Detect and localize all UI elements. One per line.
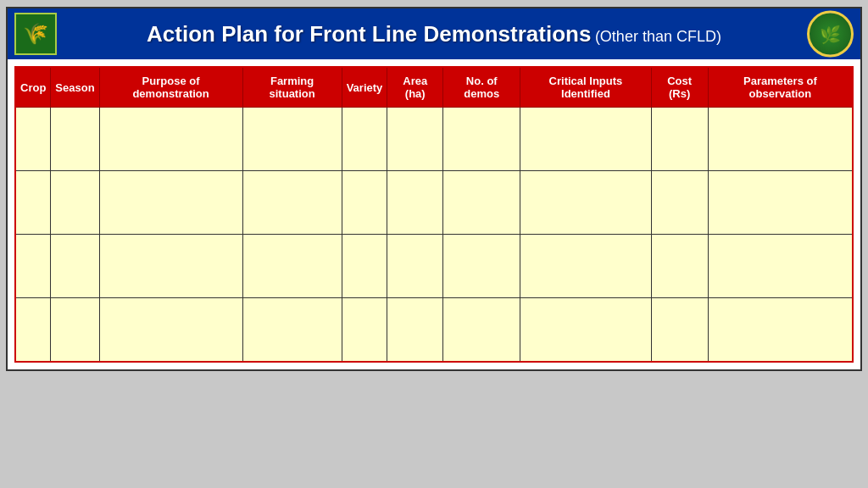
table-container: Crop Season Purpose of demonstration Far…: [8, 59, 860, 369]
cell-purpose-3[interactable]: [99, 235, 242, 298]
action-plan-table: Crop Season Purpose of demonstration Far…: [14, 66, 854, 363]
cell-season-2[interactable]: [51, 171, 99, 235]
col-crop: Crop: [15, 67, 51, 108]
col-no-demos: No. of demos: [443, 67, 520, 108]
cell-crop-3[interactable]: [15, 235, 51, 298]
cell-params-3[interactable]: [708, 235, 853, 298]
col-purpose: Purpose of demonstration: [99, 67, 242, 108]
cell-farming-1[interactable]: [242, 108, 342, 171]
cell-inputs-2[interactable]: [520, 171, 651, 235]
col-season: Season: [51, 67, 99, 108]
cell-inputs-3[interactable]: [520, 235, 651, 298]
cell-demos-4[interactable]: [443, 298, 520, 362]
header-title-block: Action Plan for Front Line Demonstration…: [147, 21, 721, 47]
cell-cost-3[interactable]: [651, 235, 708, 298]
cell-area-2[interactable]: [387, 171, 443, 235]
col-parameters: Parameters of observation: [708, 67, 853, 108]
table-row: [15, 235, 853, 298]
cell-demos-3[interactable]: [443, 235, 520, 298]
table-row: [15, 108, 853, 171]
col-area: Area (ha): [387, 67, 443, 108]
page-subtitle: (Other than CFLD): [595, 28, 721, 45]
cell-params-2[interactable]: [708, 171, 853, 235]
cell-params-4[interactable]: [708, 298, 853, 362]
cell-crop-2[interactable]: [15, 171, 51, 235]
cell-farming-2[interactable]: [242, 171, 342, 235]
col-farming: Farming situation: [242, 67, 342, 108]
logo-left: 🌾: [14, 13, 57, 55]
main-container: 🌾 Action Plan for Front Line Demonstrati…: [6, 7, 862, 371]
col-cost: Cost (Rs): [651, 67, 708, 108]
cell-crop-4[interactable]: [15, 298, 51, 362]
table-row: [15, 298, 853, 362]
cell-season-1[interactable]: [51, 108, 99, 171]
cell-params-1[interactable]: [708, 108, 853, 171]
cell-season-3[interactable]: [51, 235, 99, 298]
cell-farming-4[interactable]: [242, 298, 342, 362]
page-title: Action Plan for Front Line Demonstration…: [147, 21, 591, 47]
cell-cost-4[interactable]: [651, 298, 708, 362]
cell-purpose-1[interactable]: [99, 108, 242, 171]
cell-cost-2[interactable]: [651, 171, 708, 235]
logo-right: 🌿: [807, 11, 854, 58]
col-critical-inputs: Critical Inputs Identified: [520, 67, 651, 108]
cell-area-4[interactable]: [387, 298, 443, 362]
cell-area-3[interactable]: [387, 235, 443, 298]
cell-variety-2[interactable]: [342, 171, 387, 235]
cell-crop-1[interactable]: [15, 108, 51, 171]
cell-inputs-4[interactable]: [520, 298, 651, 362]
cell-demos-2[interactable]: [443, 171, 520, 235]
page-header: 🌾 Action Plan for Front Line Demonstrati…: [8, 8, 860, 59]
cell-variety-4[interactable]: [342, 298, 387, 362]
cell-inputs-1[interactable]: [520, 108, 651, 171]
table-header-row: Crop Season Purpose of demonstration Far…: [15, 67, 853, 108]
cell-season-4[interactable]: [51, 298, 99, 362]
cell-variety-1[interactable]: [342, 108, 387, 171]
col-variety: Variety: [342, 67, 387, 108]
wheat-icon: 🌾: [23, 22, 48, 46]
table-row: [15, 171, 853, 235]
cell-purpose-4[interactable]: [99, 298, 242, 362]
cell-demos-1[interactable]: [443, 108, 520, 171]
cell-farming-3[interactable]: [242, 235, 342, 298]
cell-purpose-2[interactable]: [99, 171, 242, 235]
cell-cost-1[interactable]: [651, 108, 708, 171]
emblem-icon: 🌿: [820, 24, 841, 44]
cell-area-1[interactable]: [387, 108, 443, 171]
cell-variety-3[interactable]: [342, 235, 387, 298]
